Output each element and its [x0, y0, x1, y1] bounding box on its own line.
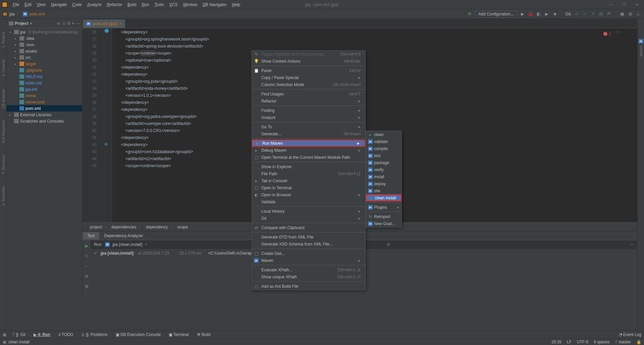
- pin-icon[interactable]: ─: [85, 264, 88, 268]
- submenu-item-site[interactable]: msite: [366, 187, 401, 194]
- tree-node[interactable]: src: [7, 54, 82, 61]
- event-log-button[interactable]: ◔ Event Log: [619, 332, 641, 337]
- stop-icon[interactable]: ■: [552, 11, 558, 17]
- tree-node[interactable]: Scratches and Consoles: [7, 118, 82, 124]
- menu-run[interactable]: Run: [140, 2, 151, 8]
- close-tab-icon[interactable]: ×: [119, 21, 122, 26]
- filter-icon[interactable]: ◉: [85, 274, 88, 278]
- chevron-down-icon[interactable]: ▾: [30, 21, 32, 26]
- crumb-scope[interactable]: scope: [177, 225, 188, 229]
- menu-item-run-maven[interactable]: ▸Run Maven▶: [252, 140, 365, 147]
- submenu-item-test[interactable]: mtest: [366, 152, 401, 159]
- code-line[interactable]: <artifactId>joda-money</artifactId>: [112, 85, 637, 92]
- tool-7--structure[interactable]: 7: Structure: [1, 155, 5, 174]
- tree-node[interactable]: jpaD:\DuFeng\Code\GitHub\Sp: [7, 29, 82, 35]
- menu-view[interactable]: View: [35, 2, 48, 8]
- menu-item-create-gist-[interactable]: ◯Create Gist...: [252, 250, 365, 257]
- tree-node[interactable]: pom.xml: [7, 105, 82, 112]
- tree-node[interactable]: .idea: [7, 35, 82, 42]
- code-line[interactable]: <groupId>org.springframework.boot</group…: [112, 36, 637, 43]
- menu-item-maven[interactable]: mMaven▶: [252, 257, 365, 264]
- tree-node[interactable]: target: [7, 61, 82, 67]
- submenu-item-new-goal-[interactable]: mNew Goal...: [366, 220, 401, 227]
- editor-tab-dependency-analyzer[interactable]: Dependency Analyzer: [99, 232, 148, 239]
- tool-2--favorites[interactable]: 2: Favorites: [1, 186, 5, 205]
- menu-code[interactable]: Code: [70, 2, 84, 8]
- menu-item-show-unique-xpath[interactable]: Show unique XPathCtrl+Alt+X, P: [252, 273, 365, 280]
- crumb-dependencies[interactable]: dependencies: [111, 225, 137, 229]
- code-line[interactable]: </dependency>: [112, 99, 637, 106]
- close-icon[interactable]: ✕: [635, 2, 639, 7]
- menu-refactor[interactable]: Refactor: [105, 2, 124, 8]
- tree-node[interactable]: index.md: [7, 80, 82, 86]
- code-line[interactable]: <version>1.0.1</version>: [112, 92, 637, 99]
- tree-node[interactable]: mvnw: [7, 92, 82, 99]
- code-line[interactable]: <dependency>: [112, 71, 637, 78]
- menu-tools[interactable]: Tools: [153, 2, 166, 8]
- submenu-item-clean-install[interactable]: ▸clean install: [366, 194, 401, 201]
- hide-icon[interactable]: —: [630, 242, 634, 247]
- tree-node[interactable]: .gitignore: [7, 67, 82, 73]
- code-line[interactable]: <artifactId>spring-boot-devtools</artifa…: [112, 43, 637, 50]
- menu-analyze[interactable]: Analyze: [85, 2, 104, 8]
- tool-db-browser[interactable]: DB Browser: [1, 89, 5, 109]
- add-configuration-button[interactable]: Add Configuration...: [475, 10, 518, 18]
- hide-windows-icon[interactable]: ▣: [619, 11, 625, 17]
- rerun-icon[interactable]: ▶: [85, 244, 88, 248]
- gear-icon[interactable]: ⚙ ▾: [67, 21, 74, 26]
- search-icon[interactable]: ⌕: [635, 11, 641, 17]
- tool-0--commit[interactable]: 0: Commit: [1, 60, 5, 76]
- menu-item-open-in-terminal[interactable]: ▢Open in Terminal: [252, 184, 365, 191]
- git-branch[interactable]: ᚶ master: [615, 340, 631, 344]
- stop-icon[interactable]: ↯: [85, 254, 88, 258]
- project-title[interactable]: Project: [15, 21, 29, 26]
- close-run-icon[interactable]: ×: [145, 242, 147, 247]
- lock-icon[interactable]: 🔒: [636, 340, 641, 344]
- menu-item-folding[interactable]: Folding▶: [252, 107, 365, 114]
- tool-build[interactable]: ⚒ Build: [197, 332, 211, 337]
- indent[interactable]: 4 spaces: [594, 340, 610, 344]
- menu-item-local-history[interactable]: Local History▶: [252, 208, 365, 215]
- tool-6--problems[interactable]: ⚠ 6: Problems: [81, 332, 107, 337]
- maven-tool-icon[interactable]: m: [639, 39, 643, 44]
- chevron-up-icon[interactable]: ˄: [615, 30, 617, 37]
- menu-item-evaluate-xpath-[interactable]: Evaluate XPath...Ctrl+Alt+X, E: [252, 266, 365, 273]
- menu-item-analyze[interactable]: Analyze▶: [252, 114, 365, 121]
- line-separator[interactable]: LF: [567, 340, 572, 344]
- code-line[interactable]: <dependency>: [112, 29, 637, 36]
- code-line[interactable]: <artifactId>usertype.core</artifactId>: [112, 120, 637, 127]
- submenu-item-compile[interactable]: mcompile: [366, 145, 401, 152]
- menu-item-generate-xsd-schema-from-xml-file-[interactable]: Generate XSD Schema from XML File...: [252, 240, 365, 248]
- minimize-icon[interactable]: —: [609, 2, 613, 7]
- code-line[interactable]: <groupId>org.jadira.usertype</groupId>: [112, 113, 637, 120]
- code-line[interactable]: </dependency>: [112, 64, 637, 71]
- hide-icon[interactable]: —: [76, 21, 80, 26]
- code-line[interactable]: <scope>runtime</scope>: [112, 50, 637, 57]
- breakpoint-icon[interactable]: [105, 29, 109, 33]
- submenu-item-clean[interactable]: ▸clean: [366, 131, 401, 138]
- tree-node[interactable]: assets: [7, 48, 82, 54]
- tree-node[interactable]: mvnw.cmd: [7, 99, 82, 105]
- menu-help[interactable]: Help: [230, 2, 243, 8]
- menu-item-generate-[interactable]: Generate...Alt+Insert: [252, 130, 365, 137]
- tool-window-icon[interactable]: ▣: [3, 332, 6, 337]
- menu-item-go-to[interactable]: Go To▶: [252, 123, 365, 130]
- run-icon[interactable]: ▶: [520, 11, 526, 17]
- code-line[interactable]: <groupId>org.joda</groupId>: [112, 78, 637, 85]
- gutter-marker-icon[interactable]: ⊕: [104, 141, 108, 147]
- tool-pull-requests[interactable]: Pull Requests: [1, 120, 5, 143]
- hammer-icon[interactable]: ⚒: [467, 11, 473, 17]
- debug-icon[interactable]: 🐞: [528, 11, 534, 17]
- code-line[interactable]: <dependency>: [112, 106, 637, 113]
- tree-node[interactable]: .mvn: [7, 42, 82, 48]
- menu-item-paste[interactable]: 📋PasteCtrl+V: [252, 67, 365, 74]
- breadcrumb[interactable]: jpa 〉 m pom.xml: [3, 11, 45, 17]
- submenu-item-plugins[interactable]: mPlugins▶: [366, 204, 401, 211]
- target-icon[interactable]: ⊕: [57, 21, 60, 26]
- submenu-item-verify[interactable]: mverify: [366, 166, 401, 173]
- menu-item-generate-dtd-from-xml-file[interactable]: Generate DTD from XML File: [252, 233, 365, 240]
- ide-tools-icon[interactable]: ⊞: [627, 11, 633, 17]
- tree-node[interactable]: HELP.md: [7, 73, 82, 80]
- menu-item-copy-paste-special[interactable]: Copy / Paste Special▶: [252, 74, 365, 81]
- update-icon[interactable]: ✓: [574, 11, 580, 17]
